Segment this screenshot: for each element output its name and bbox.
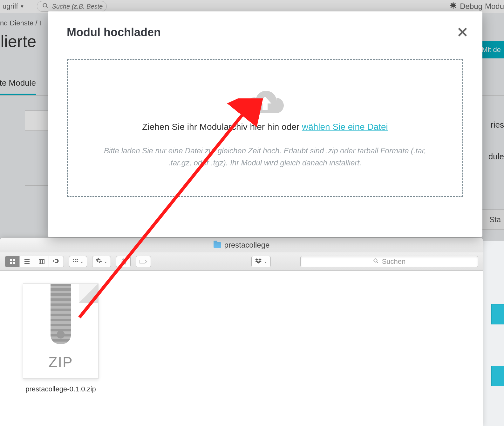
- coverflow-view-button[interactable]: [49, 256, 64, 267]
- choose-file-link[interactable]: wählen Sie eine Datei: [302, 122, 388, 132]
- dropzone-text: Ziehen Sie ihr Modularchiv hier hin oder: [142, 122, 302, 132]
- upload-module-modal: Modul hochladen ✕ Ziehen Sie ihr Modular…: [48, 11, 482, 237]
- finder-folder-name: prestacollege: [224, 241, 270, 250]
- svg-rect-25: [75, 259, 76, 260]
- svg-rect-13: [10, 262, 12, 264]
- chevron-down-icon: ⌄: [80, 259, 84, 264]
- svg-rect-21: [55, 259, 58, 263]
- svg-marker-33: [258, 258, 262, 260]
- chevron-down-icon: ⌄: [104, 259, 107, 264]
- file-name-label[interactable]: prestacollege-0.1.0.zip: [19, 385, 102, 393]
- share-button[interactable]: [116, 256, 131, 267]
- finder-titlebar[interactable]: prestacollege: [0, 238, 483, 252]
- arrange-button[interactable]: ⌄: [69, 256, 87, 267]
- finder-search-placeholder: Suchen: [382, 257, 406, 266]
- icon-view-button[interactable]: [5, 256, 20, 267]
- cloud-upload-icon: [245, 88, 285, 116]
- column-view-button[interactable]: [34, 256, 49, 267]
- close-icon[interactable]: ✕: [457, 24, 468, 40]
- dropbox-button[interactable]: ⌄: [251, 256, 271, 267]
- finder-body[interactable]: ZIP prestacollege-0.1.0.zip: [0, 271, 483, 406]
- dropzone-instruction: Ziehen Sie ihr Modularchiv hier hin oder…: [142, 122, 388, 132]
- dropzone-hint: Bitte laden Sie nur eine Datei zur gleic…: [93, 145, 437, 169]
- action-menu-button[interactable]: ⌄: [92, 256, 111, 267]
- list-view-button[interactable]: [20, 256, 34, 267]
- action-button[interactable]: [491, 366, 504, 386]
- action-button[interactable]: [491, 304, 504, 324]
- zipper-icon: [51, 284, 71, 344]
- svg-rect-29: [77, 261, 78, 262]
- finder-search[interactable]: Suchen: [300, 256, 478, 267]
- chevron-down-icon: ⌄: [264, 259, 267, 264]
- page-fold-icon: [79, 284, 98, 303]
- svg-point-37: [374, 259, 377, 262]
- modal-title: Modul hochladen: [67, 26, 161, 39]
- folder-icon: [214, 242, 221, 248]
- zip-file-icon: ZIP: [23, 283, 99, 379]
- modal-header: Modul hochladen ✕: [48, 11, 482, 40]
- file-item[interactable]: ZIP prestacollege-0.1.0.zip: [19, 283, 102, 393]
- svg-rect-27: [73, 261, 74, 262]
- svg-rect-14: [13, 262, 15, 264]
- svg-marker-32: [255, 258, 258, 260]
- file-dropzone[interactable]: Ziehen Sie ihr Modularchiv hier hin oder…: [67, 59, 463, 197]
- svg-rect-18: [39, 259, 44, 264]
- tags-button[interactable]: [136, 256, 151, 267]
- view-mode-segmented[interactable]: [5, 256, 64, 267]
- zip-badge: ZIP: [48, 354, 73, 371]
- svg-rect-12: [13, 259, 15, 261]
- finder-window: prestacollege ⌄ ⌄: [0, 237, 483, 426]
- svg-rect-28: [75, 261, 76, 262]
- svg-rect-26: [77, 259, 78, 260]
- svg-rect-24: [73, 259, 74, 260]
- search-icon: [373, 257, 379, 266]
- svg-line-38: [377, 262, 378, 263]
- gear-icon: [96, 257, 102, 265]
- finder-toolbar: ⌄ ⌄ ⌄ Suchen: [0, 252, 483, 271]
- svg-rect-11: [10, 259, 12, 261]
